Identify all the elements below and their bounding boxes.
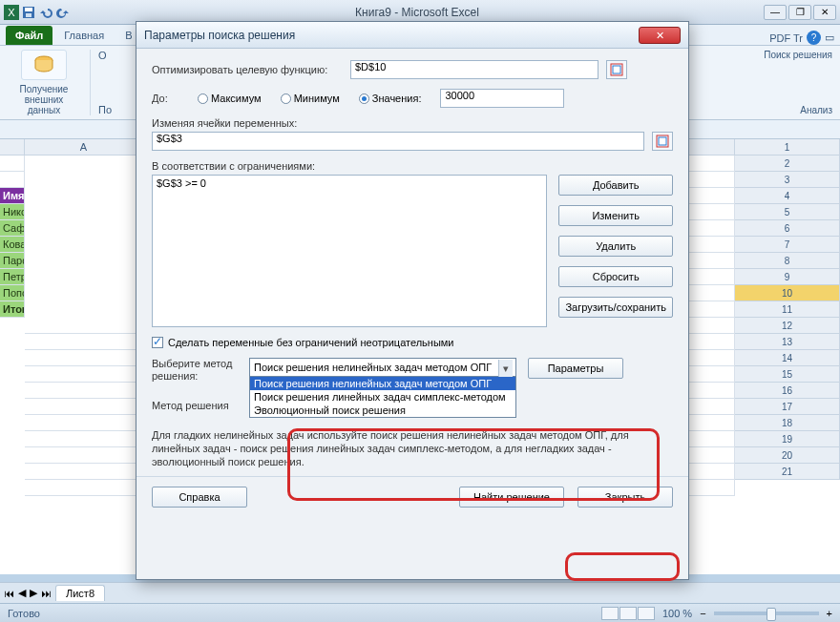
objective-label: Оптимизировать целевую функцию:: [152, 64, 343, 75]
radio-value[interactable]: Значения:: [359, 93, 422, 104]
cell[interactable]: [0, 172, 25, 188]
changing-cells-input[interactable]: $G$3: [152, 132, 644, 151]
nonneg-checkbox[interactable]: Сделать переменные без ограничений неотр…: [152, 337, 673, 348]
save-icon[interactable]: [21, 5, 36, 20]
row-header[interactable]: 20: [735, 447, 840, 464]
change-constraint-button[interactable]: Изменить: [558, 205, 673, 226]
sheet-tab-active[interactable]: Лист8: [55, 585, 105, 601]
tab-pdf[interactable]: PDF Tr: [769, 32, 803, 44]
sheet-tab-bar: ⏮ ◀ ▶ ⏭ Лист8: [0, 582, 840, 603]
name-cell[interactable]: Попова М. Д.: [0, 285, 25, 301]
row-header[interactable]: 13: [735, 334, 840, 350]
objective-ref-button[interactable]: [606, 60, 627, 79]
app-title: Книга9 - Microsoft Excel: [71, 6, 764, 19]
row-header[interactable]: 1: [735, 139, 840, 156]
svg-text:X: X: [8, 7, 15, 18]
delete-constraint-button[interactable]: Удалить: [558, 236, 673, 257]
row-header[interactable]: 10: [735, 285, 840, 301]
find-solution-button[interactable]: Найти решение: [459, 487, 564, 508]
annotation-highlight: [565, 552, 680, 581]
dialog-footer: Справка Найти решение Закрыть: [136, 476, 688, 517]
row-header[interactable]: 3: [735, 172, 840, 188]
method-option[interactable]: Эволюционный поиск решения: [250, 404, 515, 417]
row-header[interactable]: 2: [735, 156, 840, 172]
tab-home[interactable]: Главная: [54, 26, 114, 45]
load-save-button[interactable]: Загрузить/сохранить: [558, 297, 673, 318]
changing-ref-button[interactable]: [652, 132, 673, 151]
row-header[interactable]: 17: [735, 399, 840, 415]
undo-icon[interactable]: [38, 5, 53, 20]
select-all-corner[interactable]: [0, 139, 25, 156]
external-data-button[interactable]: [21, 50, 67, 80]
row-header[interactable]: 6: [735, 220, 840, 237]
row-header[interactable]: 14: [735, 350, 840, 366]
value-input[interactable]: 30000: [440, 89, 564, 108]
row-header[interactable]: 5: [735, 204, 840, 220]
method-select[interactable]: Поиск решения нелинейных задач методом О…: [249, 358, 516, 377]
changing-cells-label: Изменяя ячейки переменных:: [152, 117, 297, 129]
row-header[interactable]: 12: [735, 318, 840, 334]
row-header[interactable]: 9: [735, 269, 840, 285]
status-bar: Готово 100 % − +: [0, 603, 840, 622]
radio-max[interactable]: Максимум: [198, 93, 262, 104]
help-button[interactable]: Справка: [152, 487, 247, 508]
row-header[interactable]: 15: [735, 366, 840, 383]
redo-icon[interactable]: [55, 5, 71, 20]
tab-file[interactable]: Файл: [6, 26, 52, 45]
svg-rect-9: [659, 137, 666, 145]
constraints-label: В соответствии с ограничениями:: [152, 160, 315, 172]
row-header[interactable]: 16: [735, 383, 840, 399]
method-dropdown[interactable]: Поиск решения нелинейных задач методом О…: [249, 377, 516, 418]
dialog-titlebar[interactable]: Параметры поиска решения ✕: [136, 22, 688, 49]
row-header[interactable]: 18: [735, 415, 840, 431]
reset-button[interactable]: Сбросить: [558, 266, 673, 287]
total-cell[interactable]: Итого: [0, 301, 25, 318]
name-cell[interactable]: Сафронова В. М.: [0, 220, 25, 237]
method-option[interactable]: Поиск решения линейных задач симплекс-ме…: [250, 390, 515, 404]
view-buttons[interactable]: [601, 607, 655, 620]
zoom-in-icon[interactable]: +: [827, 608, 832, 619]
row-header[interactable]: 19: [735, 431, 840, 447]
dialog-close-button[interactable]: ✕: [639, 27, 681, 44]
row-header[interactable]: 7: [735, 237, 840, 253]
svg-rect-7: [613, 66, 620, 73]
objective-input[interactable]: $D$10: [350, 60, 598, 79]
maximize-button[interactable]: ❐: [788, 5, 811, 20]
close-dialog-button[interactable]: Закрыть: [578, 487, 673, 508]
nonneg-label: Сделать переменные без ограничений неотр…: [168, 337, 454, 348]
sheet-nav-next-icon[interactable]: ▶: [30, 587, 37, 599]
ribbon-min-icon[interactable]: ▭: [825, 31, 834, 44]
name-cell[interactable]: Николаев А. Д.: [0, 204, 25, 220]
add-constraint-button[interactable]: Добавить: [558, 175, 673, 196]
name-cell[interactable]: Коваль Л. П.: [0, 237, 25, 253]
constraints-listbox[interactable]: $G$3 >= 0: [152, 175, 547, 327]
name-column-header[interactable]: Имя: [0, 188, 25, 204]
row-header[interactable]: 4: [735, 188, 840, 204]
sheet-nav-last-icon[interactable]: ⏭: [41, 588, 52, 599]
radio-min[interactable]: Минимум: [281, 93, 340, 104]
solver-link[interactable]: Поиск решения: [764, 50, 832, 60]
zoom-out-icon[interactable]: −: [700, 608, 705, 619]
to-label: До:: [152, 93, 190, 104]
svg-rect-3: [25, 8, 32, 11]
help-icon[interactable]: ?: [807, 31, 821, 45]
row-header[interactable]: 11: [735, 301, 840, 318]
cell[interactable]: [0, 156, 25, 172]
constraint-item[interactable]: $G$3 >= 0: [157, 177, 542, 189]
parameters-button[interactable]: Параметры: [528, 358, 623, 379]
row-header[interactable]: 21: [735, 464, 840, 480]
method-option[interactable]: Поиск решения нелинейных задач методом О…: [250, 377, 515, 390]
zoom-slider[interactable]: [714, 612, 819, 615]
close-app-button[interactable]: ✕: [813, 5, 836, 20]
minimize-button[interactable]: —: [764, 5, 787, 20]
col-header[interactable]: A: [25, 139, 143, 156]
name-cell[interactable]: Петров Ф. Л.: [0, 269, 25, 285]
sheet-nav-prev-icon[interactable]: ◀: [18, 587, 26, 599]
row-header[interactable]: 8: [735, 253, 840, 269]
zoom-level: 100 %: [662, 608, 692, 619]
name-cell[interactable]: Парфенов Д. Ф.: [0, 253, 25, 269]
svg-rect-4: [26, 13, 32, 17]
status-ready: Готово: [8, 608, 40, 619]
method-selected[interactable]: Поиск решения нелинейных задач методом О…: [249, 358, 516, 377]
sheet-nav-first-icon[interactable]: ⏮: [4, 588, 14, 599]
